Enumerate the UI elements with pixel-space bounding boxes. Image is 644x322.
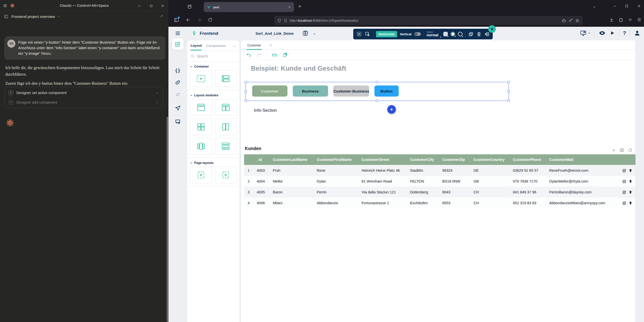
rail-code-tab[interactable]: { } bbox=[172, 65, 184, 76]
selection-handle[interactable] bbox=[376, 81, 378, 83]
rail-link-tab[interactable] bbox=[172, 77, 184, 88]
run-play-icon[interactable] bbox=[609, 30, 615, 36]
help-icon[interactable]: ? bbox=[623, 30, 626, 36]
canvas-button-button[interactable]: Button bbox=[374, 85, 399, 97]
claude-scrollbar[interactable] bbox=[167, 117, 168, 322]
list-all-tabs-icon[interactable] bbox=[593, 5, 596, 9]
chevron-down-icon[interactable] bbox=[313, 32, 316, 36]
delete-row-icon[interactable] bbox=[629, 190, 632, 194]
save-page-icon[interactable] bbox=[562, 18, 566, 23]
tile-two-columns[interactable] bbox=[215, 119, 237, 135]
duplicate-icon[interactable] bbox=[468, 32, 474, 37]
share-arrow-icon[interactable] bbox=[160, 14, 164, 19]
firefox-view-icon[interactable] bbox=[187, 4, 192, 9]
selection-handle[interactable] bbox=[245, 81, 247, 83]
chevron-down-icon[interactable] bbox=[156, 91, 159, 95]
pin-toolbar-icon[interactable] bbox=[488, 25, 496, 33]
shield-icon[interactable] bbox=[277, 18, 281, 22]
page-info-icon[interactable] bbox=[284, 19, 287, 22]
orientation-toggle[interactable] bbox=[414, 32, 421, 36]
window-maximize-button[interactable] bbox=[625, 4, 629, 8]
tile-stack-container[interactable] bbox=[215, 70, 237, 87]
claude-close-button[interactable] bbox=[160, 3, 165, 9]
overflow-chevrons-icon[interactable] bbox=[628, 17, 632, 22]
column-header-CustomerZip[interactable]: CustomerZip bbox=[439, 154, 470, 165]
select-area-icon[interactable] bbox=[356, 31, 362, 37]
tile-add-page[interactable] bbox=[190, 167, 212, 183]
tab-components[interactable]: Components bbox=[206, 41, 226, 50]
tile-header-content[interactable] bbox=[190, 99, 212, 116]
selection-handle[interactable] bbox=[508, 81, 510, 83]
edit-row-icon[interactable] bbox=[622, 168, 626, 172]
tile-grid-2x2[interactable] bbox=[190, 119, 212, 135]
tile-add-page[interactable] bbox=[215, 167, 237, 183]
column-header-CustomerCountry[interactable]: CustomerCountry bbox=[470, 154, 509, 165]
layers-icon[interactable] bbox=[282, 52, 288, 57]
shape-blur-circle-button[interactable] bbox=[451, 32, 455, 36]
open-properties-panel-icon[interactable] bbox=[484, 32, 490, 37]
add-page-tab-icon[interactable] bbox=[269, 43, 273, 49]
undo-icon[interactable] bbox=[246, 52, 251, 57]
section-header[interactable]: Container bbox=[190, 64, 237, 70]
user-account-icon[interactable] bbox=[634, 30, 640, 36]
table-add-row-icon[interactable] bbox=[611, 148, 616, 153]
chevron-down-icon[interactable] bbox=[156, 101, 159, 104]
url-text[interactable]: http://localhost:8088/#/en-US/yeet/front… bbox=[290, 19, 559, 22]
downloads-icon[interactable] bbox=[609, 17, 614, 22]
ruler-icon[interactable] bbox=[272, 52, 277, 58]
delete-row-icon[interactable] bbox=[629, 201, 632, 205]
bookmark-star-icon[interactable] bbox=[575, 18, 579, 23]
redo-icon[interactable] bbox=[256, 52, 261, 57]
more-options-icon[interactable] bbox=[232, 44, 237, 48]
conversation-title[interactable]: Frontend project overview bbox=[11, 14, 55, 19]
edit-row-icon[interactable] bbox=[622, 201, 626, 205]
status-selector[interactable]: Status normal bbox=[427, 31, 441, 37]
save-project-icon[interactable] bbox=[302, 30, 309, 37]
rail-designer-tab[interactable] bbox=[172, 38, 184, 50]
orientation-vertical-button[interactable]: Vertical bbox=[400, 32, 412, 36]
sidebar-panel-icon[interactable] bbox=[174, 17, 179, 22]
section-header[interactable]: Layout modules bbox=[190, 93, 237, 99]
reload-button[interactable] bbox=[208, 17, 213, 22]
column-header-CustomerStreet[interactable]: CustomerStreet bbox=[358, 154, 406, 165]
shape-outline-circle-button[interactable] bbox=[458, 32, 462, 36]
selection-handle[interactable] bbox=[376, 100, 378, 102]
info-section-label[interactable]: Info-Section bbox=[254, 108, 277, 113]
claude-minimize-button[interactable] bbox=[137, 3, 142, 9]
sidebar-toggle-icon[interactable] bbox=[4, 14, 8, 19]
table-refresh-icon[interactable] bbox=[628, 148, 632, 153]
project-name[interactable]: Sort_And_Link_Demo bbox=[255, 32, 294, 36]
column-header-CustomerFirstName[interactable]: CustomerFirstName bbox=[313, 154, 358, 165]
column-header-CustomerPhone[interactable]: CustomerPhone bbox=[509, 154, 546, 165]
shape-filled-square-button[interactable] bbox=[443, 32, 448, 36]
chevron-down-icon[interactable] bbox=[57, 15, 60, 18]
table-row[interactable]: 44006MilaniAbbondanzioFortunastrasse 1Es… bbox=[244, 197, 635, 208]
delete-row-icon[interactable] bbox=[629, 168, 632, 172]
back-button[interactable] bbox=[186, 17, 191, 22]
tab-layout[interactable]: Layout bbox=[191, 41, 202, 50]
preview-eye-icon[interactable] bbox=[599, 30, 606, 37]
tile-add-container[interactable] bbox=[190, 70, 212, 87]
table-columns-icon[interactable] bbox=[620, 148, 624, 153]
delete-trash-icon[interactable] bbox=[476, 32, 482, 37]
app-menu-icon[interactable] bbox=[637, 17, 641, 22]
rail-feedback-settings-tab[interactable] bbox=[172, 116, 184, 128]
canvas-button-customer-business[interactable]: Customer-Business bbox=[333, 85, 369, 97]
app-menu-hamburger-icon[interactable] bbox=[175, 31, 181, 36]
new-tab-button[interactable] bbox=[298, 4, 302, 9]
table-row[interactable]: 24004MellorDylan61 Wrexham RoadFELTONBS1… bbox=[244, 176, 635, 187]
tab-close-icon[interactable] bbox=[288, 6, 291, 9]
column-header-_id[interactable]: _id bbox=[253, 154, 269, 165]
window-close-button[interactable] bbox=[637, 4, 641, 8]
device-preview-icon[interactable] bbox=[580, 30, 591, 36]
window-minimize-button[interactable] bbox=[613, 4, 617, 8]
rail-transfer-tab[interactable] bbox=[172, 89, 184, 100]
orientation-horizontal-button[interactable]: Horizontal bbox=[376, 31, 397, 37]
canvas-button-customer[interactable]: Customer bbox=[252, 85, 287, 97]
forward-button[interactable] bbox=[197, 17, 202, 22]
tool-call-row[interactable]: Y Designer set active component bbox=[9, 90, 159, 96]
table-row[interactable]: 34005BaronPerrinVia dalla Staziun 121Dot… bbox=[244, 187, 635, 197]
edit-row-icon[interactable] bbox=[622, 179, 626, 183]
rail-deploy-tab[interactable] bbox=[172, 102, 184, 114]
table-row[interactable]: 14003FrohReneHeinrich Heine Platz 46Stad… bbox=[244, 165, 635, 176]
